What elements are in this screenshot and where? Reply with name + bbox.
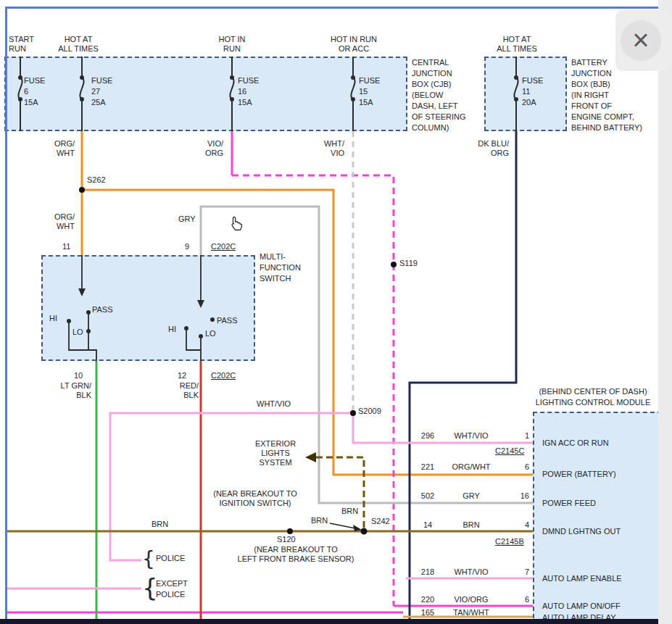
fuse-rating: 25A — [91, 97, 112, 108]
wire-label-vio-org: VIO/ ORG — [191, 139, 223, 158]
wire-label-brn-1: BRN — [152, 520, 168, 529]
fuse-name: FUSE — [359, 75, 380, 86]
pin-label-10: 10 — [74, 371, 83, 380]
police-brace: { — [142, 549, 155, 570]
switch-pos-pass-2: PASS — [217, 316, 238, 325]
fuse-name: FUSE — [238, 75, 259, 86]
wire-color: BRN — [442, 520, 500, 530]
pin-number: 6 — [509, 595, 529, 604]
note-brake-breakout: (NEAR BREAKOUT TO LEFT FRONT BRAKE SENSO… — [231, 545, 361, 564]
fuse-label: FUSE 27 25A — [91, 75, 112, 108]
wire-label-lt-grn-blk: LT GRN/ BLK — [46, 381, 91, 400]
wire-color: WHT/VIO — [442, 431, 500, 441]
cjb-note: CENTRAL JUNCTION BOX (CJB) (BELOW DASH, … — [412, 57, 484, 133]
wire-label-dk-blu-org: DK BLU/ ORG — [470, 139, 509, 158]
signal-name: DMND LGHTNG OUT — [542, 527, 621, 536]
fuse-name: FUSE — [24, 75, 45, 86]
connector-label-c202c-top: C202C — [211, 242, 236, 251]
power-source-label: HOT IN RUN — [206, 35, 258, 54]
bottom-bar — [0, 619, 658, 624]
pin-label-11: 11 — [62, 242, 70, 251]
brn-arrow — [330, 523, 362, 531]
note-ignition-breakout: (NEAR BREAKOUT TO IGNITION SWITCH) — [207, 489, 303, 508]
power-source-label: HOT IN RUN OR ACC — [321, 35, 386, 54]
pin-label-9: 9 — [185, 242, 189, 251]
wire-number: 218 — [416, 567, 439, 577]
wire-vio-org-solid — [6, 131, 533, 612]
switch-pos-hi-1: HI — [49, 314, 57, 323]
fuse-number: 6 — [24, 86, 45, 97]
fuse-label: FUSE 16 15A — [238, 75, 259, 108]
police-label: POLICE — [156, 554, 185, 563]
close-icon: × — [621, 20, 661, 59]
splice-label-s120: S120 — [277, 535, 296, 544]
splice-label-s119: S119 — [399, 259, 418, 268]
fuse-rating: 15A — [238, 97, 259, 108]
wire-color: TAN/WHT — [442, 608, 500, 617]
cursor-pointer — [232, 217, 241, 230]
splice-label-s242: S242 — [371, 517, 390, 526]
power-source-label: START RUN — [9, 35, 52, 54]
mfs-internals — [69, 255, 201, 361]
wire-label-org-wht-1: ORG/ WHT — [42, 139, 75, 158]
fuse-rating: 15A — [24, 97, 45, 108]
pin-number: 1 — [509, 431, 529, 441]
wire-org-wht — [82, 131, 533, 475]
fuse-number: 27 — [91, 86, 112, 97]
wire-number: 502 — [416, 491, 439, 501]
pin-label-12: 12 — [178, 371, 186, 380]
wire-label-gry: GRY — [178, 215, 196, 224]
wire-label-brn-2: BRN — [311, 516, 328, 525]
fuse-rating: 20A — [522, 97, 543, 108]
note-exterior-lights: EXTERIOR LIGHTS SYSTEM — [244, 439, 307, 467]
signal-name: POWER FEED — [542, 499, 596, 508]
fuse-name: FUSE — [522, 75, 543, 86]
power-source-label: HOT AT ALL TIMES — [52, 35, 104, 54]
pin-number: 16 — [509, 491, 529, 501]
wire-color: ORG/WHT — [442, 462, 500, 472]
fuse-name: FUSE — [91, 75, 112, 86]
diagram-canvas[interactable]: START RUN HOT AT ALL TIMES HOT IN RUN HO… — [0, 0, 672, 624]
wire-number: 14 — [416, 520, 439, 530]
wire-number: 165 — [416, 608, 439, 617]
switch-pos-pass-1: PASS — [92, 305, 113, 315]
connector-label-c2145c: C2145C — [495, 446, 524, 456]
wire-color: WHT/VIO — [442, 567, 500, 577]
wire-number: 296 — [416, 431, 439, 441]
mfs-note: MULTI- FUNCTION SWITCH — [260, 251, 321, 284]
switch-pos-lo-2: LO — [205, 329, 216, 338]
signal-name: AUTO LAMP ENABLE — [542, 574, 622, 583]
switch-pos-hi-2: HI — [168, 325, 176, 334]
splice-label-s2009: S2009 — [358, 407, 381, 416]
signal-name: IGN ACC OR RUN — [542, 438, 609, 448]
fuse-number: 16 — [238, 86, 259, 97]
fuse-label: FUSE 15 15A — [359, 75, 380, 108]
wire-label-wht-vio-2: WHT/VIO — [257, 399, 291, 409]
wire-label-org-wht-2: ORG/ WHT — [42, 212, 75, 231]
lcm-header: (BEHIND CENTER OF DASH) LIGHTING CONTROL… — [526, 386, 660, 408]
wire-label-brn-3: BRN — [341, 507, 358, 516]
switch-pos-lo-1: LO — [72, 328, 83, 337]
fuse-label: FUSE 11 20A — [522, 75, 543, 108]
wire-vio-org-dashed — [232, 175, 394, 606]
fuse-rating: 15A — [359, 97, 380, 108]
right-gutter — [658, 0, 672, 624]
pin-number: 7 — [509, 567, 529, 577]
fuse-number: 15 — [359, 86, 380, 97]
pin-number: 6 — [509, 462, 529, 472]
wire-label-red-blk: RED/ BLK — [164, 381, 199, 400]
splice-label-s262: S262 — [87, 175, 106, 185]
fuse-number: 11 — [522, 86, 543, 97]
wire-dk-blu-org — [410, 131, 516, 620]
wire-label-wht-vio-1: WHT/ VIO — [312, 139, 344, 158]
wire-number: 221 — [416, 462, 439, 472]
close-button[interactable]: × — [621, 20, 661, 61]
wire-number: 220 — [416, 595, 439, 604]
wire-color: VIO/ORG — [442, 595, 500, 604]
signal-name: POWER (BATTERY) — [542, 470, 616, 479]
pin-number: 4 — [509, 520, 529, 530]
connector-label-c202c-bottom: C202C — [211, 371, 236, 380]
wire-color: GRY — [442, 491, 500, 501]
signal-name: AUTO LAMP ON/OFF — [542, 602, 621, 611]
connector-label-c2145b: C2145B — [495, 537, 524, 546]
